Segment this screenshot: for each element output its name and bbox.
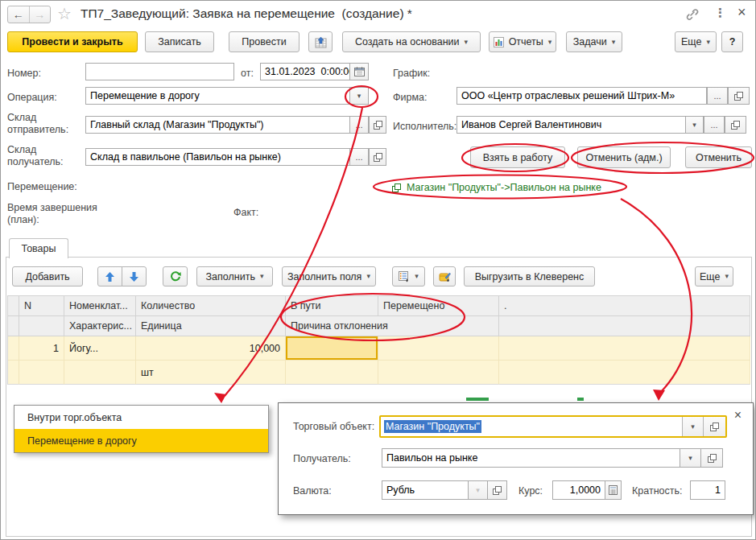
dialog-receiver-open-button[interactable] [700, 448, 723, 468]
row-deviation-cell[interactable] [286, 361, 378, 385]
create-based-button[interactable]: Создать на основании ▾ [342, 31, 481, 52]
kleverens-icon-button[interactable] [433, 266, 456, 286]
header-cell-n[interactable]: N [19, 296, 64, 316]
date-field[interactable]: 31.01.2023 0:00:00 [260, 63, 350, 80]
forward-icon[interactable]: → [30, 6, 51, 23]
page-title: ТП7_Заведующий: Заявка на перемещение (с… [81, 6, 412, 21]
header-cell-blank [19, 316, 64, 336]
tab-goods[interactable]: Товары [9, 238, 68, 258]
header-cell-unit[interactable]: Единица [136, 316, 286, 336]
chevron-down-icon: ▾ [725, 273, 729, 280]
row-characteristic-cell[interactable] [19, 361, 64, 385]
movement-link[interactable]: Магазин "Продукты"->Павильон на рынке [392, 182, 601, 193]
header-cell-gutter [8, 296, 19, 316]
row-unit-cell[interactable]: шт [136, 361, 286, 385]
goods-more-button[interactable]: Еще ▾ [695, 266, 733, 286]
link-icon[interactable] [685, 8, 700, 21]
header-cell-qty[interactable]: Количество [136, 296, 286, 316]
header-cell-moved[interactable]: Перемещено [378, 296, 499, 316]
executor-dropdown-button[interactable]: ▾ [685, 116, 704, 134]
firm-field[interactable]: ООО «Центр отраслевых решений Штрих-М» [456, 87, 707, 105]
move-down-button[interactable] [122, 266, 147, 286]
fill-fields-button[interactable]: Заполнить поля ▾ [282, 266, 376, 286]
dropdown-item-inside-object[interactable]: Внутри торг.объекта [14, 406, 268, 429]
write-button[interactable]: Записать [145, 31, 214, 52]
calculator-button[interactable] [605, 480, 622, 500]
row-blank-cell[interactable] [499, 361, 750, 385]
header-cell-dot[interactable]: . [499, 296, 750, 316]
header-cell-deviation[interactable]: Причина отклонения [286, 316, 499, 336]
executor-choose-button[interactable]: ... [704, 116, 725, 134]
number-field[interactable] [85, 63, 234, 80]
header-cell-characteristic[interactable]: Характерис... [64, 316, 136, 336]
row-dot-cell[interactable] [499, 336, 750, 361]
cancel-button[interactable]: Отменить [685, 146, 752, 168]
trade-object-dropdown-button[interactable]: ▾ [682, 417, 703, 436]
executor-field[interactable]: Иванов Сергей Валентинович [456, 116, 686, 134]
chevron-down-icon: ▾ [612, 39, 616, 46]
row-n-cell[interactable]: 1 [19, 336, 64, 361]
firm-open-button[interactable] [728, 87, 750, 105]
dialog-receiver-field[interactable]: Павильон на рынке [382, 448, 680, 468]
open-icon [731, 121, 740, 130]
receiver-choose-button[interactable]: ... [349, 148, 369, 166]
post-and-open-button[interactable] [308, 31, 333, 52]
open-icon [734, 92, 743, 101]
schedule-label: График: [393, 68, 430, 80]
post-button[interactable]: Провести [229, 31, 300, 52]
reports-label: Отчеты [509, 36, 543, 47]
chevron-down-icon: ▾ [357, 93, 361, 100]
receiver-warehouse-field[interactable]: Склад в павильоне (Павильон на рынке) [85, 148, 350, 166]
currency-field[interactable]: Рубль [382, 480, 469, 500]
move-up-button[interactable] [97, 266, 122, 286]
operation-field[interactable]: Перемещение в дорогу [85, 87, 350, 105]
calendar-button[interactable] [349, 63, 369, 80]
list-settings-button[interactable]: ▾ [392, 266, 425, 286]
trade-object-open-button[interactable] [703, 417, 725, 436]
kebab-menu-icon[interactable]: ⋮ [714, 6, 726, 20]
chevron-down-icon: ▾ [688, 455, 692, 462]
dialog-receiver-dropdown-button[interactable]: ▾ [680, 448, 701, 468]
executor-open-button[interactable] [725, 116, 746, 134]
calendar-icon [354, 67, 365, 76]
currency-open-button[interactable] [487, 480, 507, 500]
header-cell-in-transit[interactable]: В пути [286, 296, 378, 316]
receiver-open-button[interactable] [369, 148, 386, 166]
operation-dropdown-button[interactable]: ▾ [349, 87, 369, 105]
tasks-button[interactable]: Задачи ▾ [566, 31, 622, 52]
rate-label: Курс: [518, 485, 543, 497]
trade-object-field[interactable]: Магазин "Продукты" [381, 417, 682, 436]
back-icon[interactable]: ← [8, 6, 30, 23]
export-kleverens-button[interactable]: Выгрузить в Клеверенс [464, 266, 595, 286]
cancel-adm-label: Отменить (адм.) [585, 152, 662, 163]
row-nomenclature-cell[interactable]: Йогу... [64, 336, 136, 361]
sender-choose-button[interactable]: ... [349, 116, 369, 134]
cancel-adm-button[interactable]: Отменить (адм.) [577, 146, 671, 168]
more-button[interactable]: Еще ▾ [675, 31, 717, 52]
ellipsis-icon: ... [355, 152, 362, 162]
row-blank-cell[interactable] [64, 361, 136, 385]
close-icon[interactable]: × [737, 4, 746, 21]
firm-choose-button[interactable]: ... [707, 87, 728, 105]
row-in-transit-cell-selected[interactable] [286, 336, 378, 361]
take-to-work-button[interactable]: Взять в работу [470, 146, 565, 168]
favorite-star-icon[interactable]: ☆ [57, 4, 72, 23]
row-blank-cell[interactable] [378, 361, 499, 385]
add-row-button[interactable]: Добавить [12, 266, 83, 286]
refresh-icon [170, 271, 181, 282]
dialog-close-icon[interactable]: × [734, 408, 742, 423]
trade-object-field-group: Магазин "Продукты" ▾ [379, 415, 727, 438]
refresh-button[interactable] [163, 266, 188, 286]
row-qty-cell[interactable]: 10,000 [136, 336, 286, 361]
reports-button[interactable]: Отчеты ▾ [489, 31, 556, 52]
multiplicity-field[interactable]: 1 [690, 480, 725, 500]
sender-warehouse-field[interactable]: Главный склад (Магазин "Продукты") [85, 116, 350, 134]
row-moved-cell[interactable] [378, 336, 499, 361]
sender-open-button[interactable] [369, 116, 386, 134]
header-cell-nomenclature[interactable]: Номенклат... [64, 296, 136, 316]
fill-button[interactable]: Заполнить ▾ [196, 266, 273, 286]
dropdown-item-move-to-road-selected[interactable]: Перемещение в дорогу [14, 429, 268, 452]
rate-field[interactable]: 1,0000 [552, 480, 605, 500]
post-and-close-button[interactable]: Провести и закрыть [7, 31, 138, 52]
help-button[interactable]: ? [721, 31, 743, 52]
